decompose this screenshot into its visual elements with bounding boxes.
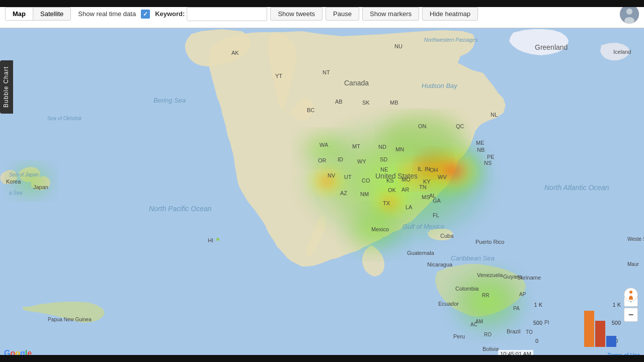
chart-bar-blue [606,336,616,347]
map-background [0,0,644,362]
top-bezel [0,0,644,7]
bar-chart [584,307,616,347]
keyword-container: Keyword: [155,7,267,21]
svg-point-14 [216,238,219,241]
zoom-out-button[interactable]: − [624,308,638,322]
map-button[interactable]: Map [6,8,33,20]
map-container: AK YT NT NU BC AB SK MB ON QC NL NB PE N… [0,0,644,362]
svg-point-13 [382,113,463,158]
keyword-label: Keyword: [155,10,185,18]
chart-bar-orange [584,311,594,347]
show-markers-button[interactable]: Show markers [362,7,419,21]
svg-point-18 [629,291,632,294]
svg-point-10 [9,163,54,199]
bottom-bezel [0,355,644,362]
satellite-button[interactable]: Satellite [33,8,70,20]
chart-y-label-0: 0 [535,338,538,344]
avatar[interactable] [620,5,639,24]
chart-bar-red [595,321,605,347]
chart-y-label-1k: 1 K [534,302,542,308]
chart-y-label-500: 500 [533,320,542,326]
show-realtime-label: Show real time data [78,10,136,18]
svg-point-9 [448,266,528,337]
realtime-checkbox[interactable] [141,10,150,19]
keyword-input[interactable] [187,7,267,21]
svg-point-8 [342,206,408,256]
svg-point-6 [308,166,346,196]
svg-point-7 [297,131,352,166]
pause-button[interactable]: Pause [326,7,359,21]
street-view-button[interactable] [624,288,638,302]
bubble-chart-tab[interactable]: Bubble Chart [0,60,13,114]
show-tweets-button[interactable]: Show tweets [270,7,323,21]
hide-heatmap-button[interactable]: Hide heatmap [422,7,478,21]
map-type-group: Map Satellite [5,7,71,21]
svg-point-16 [626,9,632,15]
